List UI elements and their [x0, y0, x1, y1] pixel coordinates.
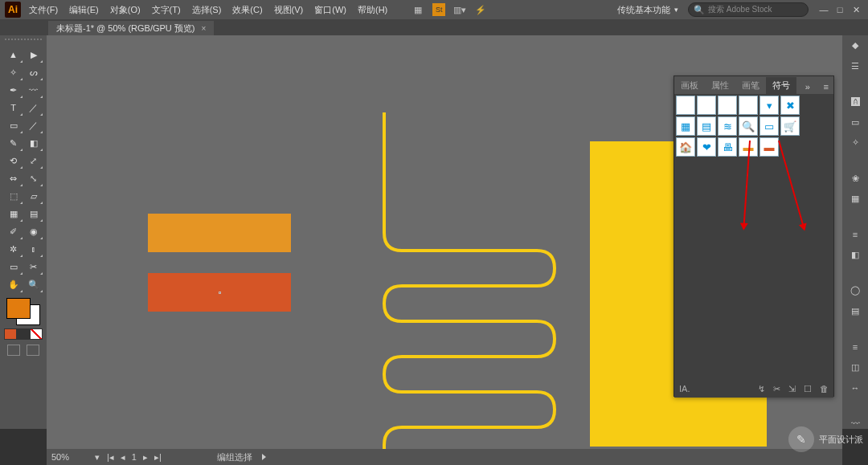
crosshair-icon[interactable]: ✧	[847, 137, 863, 149]
layers-icon[interactable]: ☰	[847, 61, 863, 72]
sym-rss[interactable]: ≋	[718, 116, 737, 136]
menu-type[interactable]: 文字(T)	[152, 4, 181, 16]
artboard-first[interactable]: |◂	[104, 452, 117, 463]
appearance-icon[interactable]: ◯	[847, 285, 863, 296]
fill-stroke-swatch[interactable]	[5, 298, 42, 356]
gradient-icon[interactable]: ◧	[847, 250, 863, 261]
zoom-dropdown-icon[interactable]: ▾	[95, 452, 100, 463]
guides-icon[interactable]: ▭	[847, 116, 863, 128]
line-tool[interactable]: ／	[23, 99, 43, 116]
panel-overflow-chevron[interactable]: »	[800, 80, 815, 94]
blend-tool[interactable]: ◉	[23, 222, 43, 240]
sym-blank2[interactable]	[697, 96, 716, 115]
zoom-tool[interactable]: 🔍	[23, 275, 43, 293]
fill-swatch[interactable]	[6, 298, 31, 319]
sym-print[interactable]: 🖶	[718, 137, 737, 157]
curvature-tool[interactable]: 〰	[23, 81, 43, 99]
arrange-icon[interactable]: ▥▾	[453, 3, 466, 16]
panel-menu-icon[interactable]: ≡	[819, 80, 833, 94]
menu-select[interactable]: 选择(S)	[192, 4, 222, 16]
type-tool[interactable]: T	[3, 99, 23, 116]
sym-blank4[interactable]	[739, 96, 758, 115]
artboard-next[interactable]: ▸	[141, 452, 150, 463]
gpu-icon[interactable]: ⚡	[474, 3, 487, 16]
symbol-libraries-icon[interactable]: IA.	[679, 384, 690, 394]
menu-file[interactable]: 文件(F)	[29, 4, 58, 16]
workspace-switcher[interactable]: 传统基本功能 ▾	[617, 4, 678, 16]
eyedropper-tool[interactable]: ✐	[3, 222, 23, 240]
paintbrush-tool[interactable]: ／	[23, 116, 43, 134]
tab-properties[interactable]: 属性	[705, 77, 735, 94]
menu-object[interactable]: 对象(O)	[110, 4, 141, 16]
gradient-tool[interactable]: ▤	[23, 205, 43, 222]
sym-blank3[interactable]	[718, 96, 737, 115]
sym-red-bar[interactable]: ▬	[760, 137, 779, 157]
artboard-prev[interactable]: ◂	[118, 452, 128, 463]
mini-swatch-3[interactable]	[30, 328, 43, 340]
trash-icon[interactable]: 🗑	[820, 384, 829, 394]
width-tool[interactable]: ⇔	[3, 169, 23, 187]
symbol-options-icon[interactable]: ✂	[773, 384, 780, 394]
tab-artboards[interactable]: 画板	[674, 77, 705, 94]
sym-search[interactable]: 🔍	[739, 116, 758, 136]
bridge-icon[interactable]: ▦	[411, 3, 424, 16]
sym-heart[interactable]: ❤	[697, 137, 716, 157]
eraser-tool[interactable]: ◧	[23, 134, 43, 152]
new-symbol-icon[interactable]: ☐	[804, 384, 812, 394]
toolbox-handle[interactable]	[5, 39, 42, 43]
perspective-tool[interactable]: ▱	[23, 187, 43, 205]
artboard-index[interactable]: 1	[129, 452, 139, 462]
artboard-last[interactable]: ▸|	[152, 452, 164, 463]
mesh-tool[interactable]: ▦	[3, 205, 23, 222]
free-transform-tool[interactable]: ⤡	[23, 169, 43, 187]
sym-close[interactable]: ✖	[780, 96, 800, 115]
tab-brushes[interactable]: 画笔	[735, 77, 766, 94]
menu-help[interactable]: 帮助(H)	[358, 4, 387, 16]
sym-home[interactable]: 🏠	[676, 137, 695, 157]
sym-cart[interactable]: 🛒	[780, 116, 800, 136]
sym-film[interactable]: ▤	[697, 116, 716, 136]
stroke-icon[interactable]: ≡	[847, 229, 863, 240]
status-mode-menu[interactable]	[262, 454, 266, 460]
magic-wand-tool[interactable]: ✧	[3, 63, 23, 81]
swatches-icon[interactable]: ▦	[847, 194, 863, 205]
art-orange-rect[interactable]	[148, 214, 291, 252]
shaper-tool[interactable]: ✎	[3, 134, 23, 152]
transform-icon[interactable]: ↔	[847, 382, 863, 394]
mini-swatch-2[interactable]	[17, 328, 30, 340]
menu-view[interactable]: 视图(V)	[274, 4, 304, 16]
graph-tool[interactable]: ⫾	[23, 240, 43, 258]
color-icon[interactable]: ❀	[847, 173, 863, 184]
menu-window[interactable]: 窗口(W)	[314, 4, 346, 16]
pathfinder-icon[interactable]: ◫	[847, 362, 863, 373]
document-tab-close[interactable]: ×	[202, 24, 207, 33]
window-maximize[interactable]: □	[833, 4, 847, 15]
mini-swatch-1[interactable]	[4, 328, 17, 340]
artboard-tool[interactable]: ▭	[3, 258, 23, 275]
zoom-level[interactable]: 50%	[51, 452, 90, 462]
sym-grid[interactable]: ▦	[676, 116, 695, 136]
direct-selection-tool[interactable]: ▶	[23, 46, 43, 63]
place-symbol-icon[interactable]: ⇲	[788, 384, 796, 394]
symbol-sprayer-tool[interactable]: ✲	[3, 240, 23, 258]
document-tab[interactable]: 未标题-1* @ 50% (RGB/GPU 预览) ×	[48, 21, 214, 35]
tab-symbols[interactable]: 符号	[766, 77, 796, 94]
properties-icon[interactable]: ◆	[847, 40, 863, 51]
window-minimize[interactable]: —	[817, 4, 831, 15]
shape-builder-tool[interactable]: ⬚	[3, 187, 23, 205]
sym-blank1[interactable]	[676, 96, 695, 115]
screen-mode-icon[interactable]	[27, 345, 39, 356]
pen-tool[interactable]: ✒	[3, 81, 23, 99]
lasso-tool[interactable]: ᔕ	[23, 63, 43, 81]
search-input[interactable]: 🔍 搜索 Adobe Stock	[688, 2, 809, 17]
menu-edit[interactable]: 编辑(E)	[69, 4, 99, 16]
art-serpentine-path[interactable]	[368, 112, 577, 449]
align-icon[interactable]: ≡	[847, 341, 863, 353]
ruler-icon[interactable]: 🅰	[847, 96, 863, 108]
sym-card[interactable]: ▭	[760, 116, 779, 136]
window-close[interactable]: ✕	[849, 4, 863, 15]
rectangle-tool[interactable]: ▭	[3, 116, 23, 134]
draw-normal-icon[interactable]	[7, 345, 20, 356]
break-link-icon[interactable]: ↯	[758, 384, 765, 394]
sym-dropdown[interactable]: ▾	[760, 96, 779, 115]
